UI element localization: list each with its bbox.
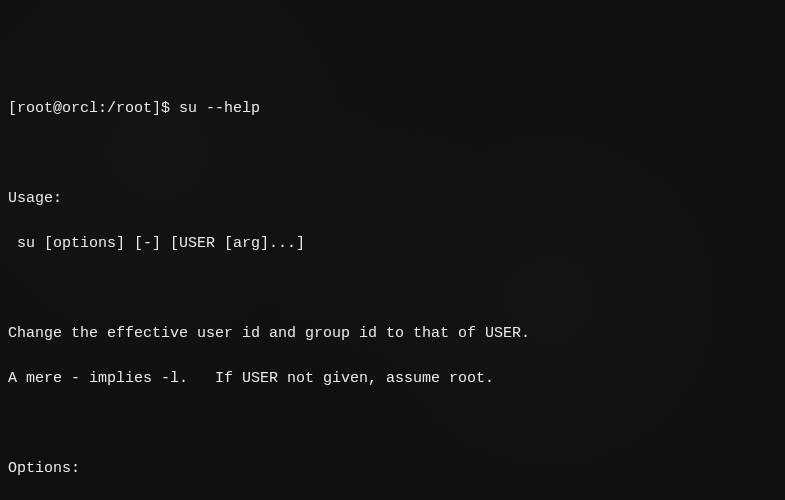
blank-line xyxy=(8,413,777,436)
prompt-symbol: $ xyxy=(161,100,179,117)
blank-line xyxy=(8,143,777,166)
prompt-user-host: root@orcl xyxy=(17,100,98,117)
entered-command: su --help xyxy=(179,100,260,117)
description-line-2: A mere - implies -l. If USER not given, … xyxy=(8,368,777,391)
prompt-open: [ xyxy=(8,100,17,117)
usage-line: su [options] [-] [USER [arg]...] xyxy=(8,233,777,256)
usage-heading: Usage: xyxy=(8,188,777,211)
prompt-line[interactable]: [root@orcl:/root]$ su --help xyxy=(8,98,777,121)
blank-line xyxy=(8,278,777,301)
prompt-path: /root xyxy=(107,100,152,117)
description-line-1: Change the effective user id and group i… xyxy=(8,323,777,346)
prompt-close: ] xyxy=(152,100,161,117)
options-heading: Options: xyxy=(8,458,777,481)
prompt-sep: : xyxy=(98,100,107,117)
